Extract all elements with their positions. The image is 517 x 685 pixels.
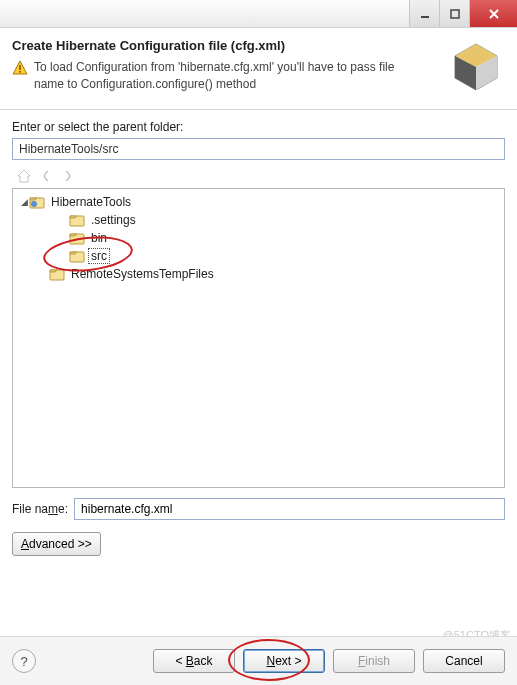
tree-toolbar [12,166,505,186]
folder-icon [69,249,85,263]
window-titlebar [0,0,517,28]
dialog-title: Create Hibernate Configuration file (cfg… [12,38,505,53]
back-icon[interactable] [38,168,54,184]
file-name-input[interactable] [74,498,505,520]
svg-rect-3 [19,71,21,73]
svg-rect-2 [19,65,21,70]
parent-folder-input[interactable] [12,138,505,160]
svg-rect-0 [421,16,429,18]
parent-folder-label: Enter or select the parent folder: [12,120,505,134]
close-icon [488,8,500,20]
tree-label: .settings [89,213,138,227]
svg-rect-1 [451,10,459,18]
tree-label: bin [89,231,109,245]
cancel-button[interactable]: Cancel [423,649,505,673]
maximize-icon [450,9,460,19]
tree-node-folder[interactable]: .settings [15,211,502,229]
folder-icon [49,267,65,281]
tree-label: src [89,249,109,263]
warning-text: To load Configuration from 'hibernate.cf… [34,59,425,93]
minimize-icon [420,9,430,19]
help-button[interactable]: ? [12,649,36,673]
file-name-label: File name: [12,502,68,516]
dialog-header: Create Hibernate Configuration file (cfg… [0,28,517,110]
hibernate-logo-icon [447,38,505,96]
tree-node-project[interactable]: ◢ HibernateTools [15,193,502,211]
home-icon[interactable] [16,168,32,184]
next-button[interactable]: Next > [243,649,325,673]
tree-node-folder-selected[interactable]: src [15,247,502,265]
dialog-footer: ? < Back Next > Finish Cancel [0,636,517,685]
folder-tree[interactable]: ◢ HibernateTools .settings bin src Remot… [12,188,505,488]
finish-button: Finish [333,649,415,673]
folder-icon [69,213,85,227]
tree-label: HibernateTools [49,195,133,209]
minimize-button[interactable] [409,0,439,27]
folder-icon [69,231,85,245]
forward-icon[interactable] [60,168,76,184]
back-button[interactable]: < Back [153,649,235,673]
svg-point-9 [31,201,37,207]
project-folder-icon [29,195,45,209]
close-button[interactable] [469,0,517,27]
tree-node-folder[interactable]: bin [15,229,502,247]
warning-icon [12,60,28,76]
collapse-icon[interactable]: ◢ [19,197,29,207]
tree-label: RemoteSystemsTempFiles [69,267,216,281]
advanced-button[interactable]: Advanced >> [12,532,101,556]
maximize-button[interactable] [439,0,469,27]
tree-node-project[interactable]: RemoteSystemsTempFiles [15,265,502,283]
